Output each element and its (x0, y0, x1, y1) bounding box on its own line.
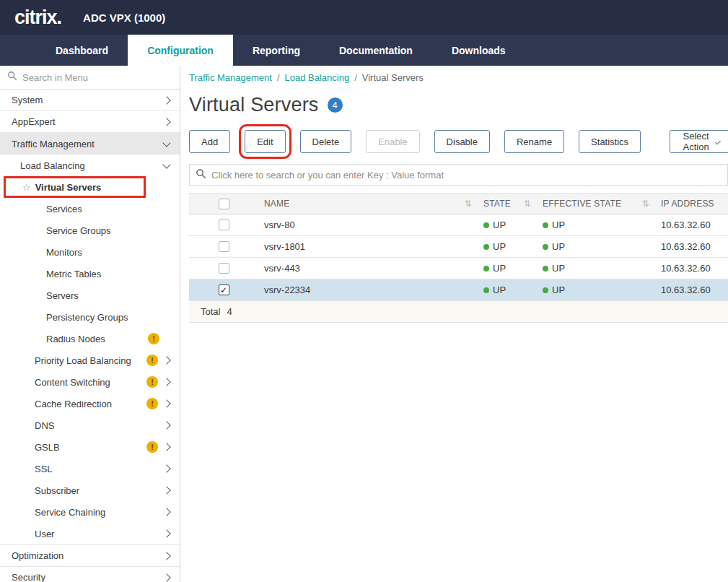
chevron-down-icon (715, 139, 721, 144)
virtual-servers-table: NAME ⇅ STATE ⇅ EFFECTIVE STATE ⇅ IP ADDR… (189, 193, 728, 323)
sidebar-item-monitors[interactable]: Monitors (0, 241, 180, 263)
statistics-button[interactable]: Statistics (579, 130, 641, 153)
table-row[interactable]: vsrv-443 UP UP 10.63.32.60 (189, 258, 728, 279)
table-row[interactable]: vsrv-80 UP UP 10.63.32.60 (189, 214, 728, 236)
sidebar-item-label: Service Groups (46, 225, 111, 236)
breadcrumb-separator: / (277, 72, 280, 83)
sidebar-item-label: System (12, 95, 43, 105)
chevron-right-icon (162, 552, 170, 560)
rename-button[interactable]: Rename (504, 130, 564, 153)
sidebar-item-services[interactable]: Services (0, 198, 180, 220)
breadcrumb-link-traffic-management[interactable]: Traffic Management (189, 72, 272, 83)
sidebar-item-optimization[interactable]: Optimization (0, 544, 180, 566)
add-button[interactable]: Add (189, 130, 230, 153)
total-value: 4 (227, 306, 232, 317)
sidebar-item-gslb[interactable]: GSLB ! (0, 436, 180, 458)
sidebar-search (0, 66, 180, 90)
column-header-ip-address[interactable]: IP ADDRESS (655, 199, 728, 209)
sidebar-item-service-chaining[interactable]: Service Chaining (0, 501, 180, 523)
status-up-dot (543, 287, 548, 293)
sidebar-item-persistency-groups[interactable]: Persistency Groups (0, 306, 180, 328)
sidebar-item-ssl[interactable]: SSL (0, 458, 180, 479)
sidebar-item-appexpert[interactable]: AppExpert (0, 111, 180, 133)
chevron-right-icon (162, 508, 170, 516)
sort-icon[interactable]: ⇅ (465, 199, 472, 209)
sidebar-item-label: Metric Tables (46, 269, 101, 279)
select-action-dropdown[interactable]: Select Action (670, 130, 728, 153)
nav-tab-dashboard[interactable]: Dashboard (36, 35, 128, 66)
sidebar-item-label: GSLB (35, 442, 60, 453)
column-header-effective-state[interactable]: EFFECTIVE STATE ⇅ (537, 199, 655, 209)
sidebar-item-service-groups[interactable]: Service Groups (0, 220, 180, 241)
main-nav: Dashboard Configuration Reporting Docume… (0, 35, 728, 66)
row-checkbox[interactable] (219, 220, 229, 230)
chevron-right-icon (162, 399, 170, 407)
top-header: citrix. ADC VPX (1000) (0, 0, 728, 35)
cell-effective-state: UP (537, 241, 655, 252)
sidebar-item-system[interactable]: System (0, 90, 180, 111)
chevron-down-icon (162, 160, 170, 168)
chevron-right-icon (162, 378, 170, 386)
breadcrumb-link-load-balancing[interactable]: Load Balancing (285, 72, 350, 83)
count-badge: 4 (328, 97, 343, 113)
breadcrumb-current: Virtual Servers (362, 72, 424, 83)
sidebar-item-label: Services (46, 204, 82, 214)
row-checkbox[interactable] (219, 241, 229, 252)
chevron-right-icon (162, 356, 170, 364)
column-header-state[interactable]: STATE ⇅ (478, 199, 537, 209)
select-all-checkbox[interactable] (219, 199, 229, 209)
sidebar-item-label: Optimization (12, 550, 63, 561)
sidebar-item-user[interactable]: User (0, 523, 180, 544)
sidebar-item-load-balancing[interactable]: Load Balancing (0, 155, 180, 176)
row-checkbox-checked[interactable]: ✓ (219, 285, 229, 295)
cell-state: UP (478, 241, 537, 252)
sidebar-search-input[interactable] (22, 72, 172, 83)
warning-icon: ! (146, 441, 158, 453)
page-title: Virtual Servers (189, 94, 319, 116)
cell-ip-address: 10.63.32.60 (655, 241, 728, 252)
sidebar-item-servers[interactable]: Servers (0, 285, 180, 306)
warning-icon: ! (146, 398, 158, 409)
status-up-dot (483, 266, 489, 272)
column-header-name[interactable]: NAME ⇅ (258, 199, 478, 209)
nav-tab-configuration[interactable]: Configuration (128, 35, 233, 66)
table-row-selected[interactable]: ✓ vsrv-22334 UP UP 10.63.32.60 (189, 279, 728, 301)
status-up-dot (483, 244, 489, 250)
cell-ip-address: 10.63.32.60 (655, 263, 728, 274)
sidebar-item-dns[interactable]: DNS (0, 414, 180, 436)
row-checkbox[interactable] (219, 263, 229, 274)
search-icon (7, 71, 17, 84)
sidebar-item-label: Servers (46, 290, 79, 301)
chevron-right-icon (162, 118, 170, 126)
sidebar-item-label: Monitors (46, 247, 82, 258)
sort-icon[interactable]: ⇅ (642, 199, 649, 209)
edit-button[interactable]: Edit (245, 130, 285, 153)
sidebar-item-label: SSL (35, 464, 53, 474)
table-search-input[interactable] (211, 170, 722, 181)
sidebar-item-traffic-management[interactable]: Traffic Management (0, 133, 180, 155)
nav-tab-documentation[interactable]: Documentation (320, 35, 432, 66)
sidebar-item-subscriber[interactable]: Subscriber (0, 479, 180, 501)
sort-icon[interactable]: ⇅ (524, 199, 531, 209)
sidebar-item-security[interactable]: Security (0, 566, 180, 582)
sidebar-item-label: User (35, 529, 54, 539)
sidebar-item-label: Virtual Servers (35, 182, 102, 193)
nav-tab-reporting[interactable]: Reporting (233, 35, 320, 66)
sidebar-item-cache-redirection[interactable]: Cache Redirection ! (0, 393, 180, 414)
sidebar-item-virtual-servers[interactable]: ☆ Virtual Servers (0, 176, 180, 198)
enable-button[interactable]: Enable (366, 130, 419, 153)
sidebar-item-metric-tables[interactable]: Metric Tables (0, 263, 180, 285)
chevron-down-icon (162, 139, 170, 147)
sidebar-item-label: Traffic Management (12, 139, 95, 149)
sidebar-item-priority-load-balancing[interactable]: Priority Load Balancing ! (0, 349, 180, 371)
sidebar-item-radius-nodes[interactable]: Radius Nodes ! (0, 328, 180, 349)
nav-tab-downloads[interactable]: Downloads (432, 35, 525, 66)
table-row[interactable]: vsrv-1801 UP UP 10.63.32.60 (189, 236, 728, 258)
warning-icon: ! (146, 376, 158, 388)
sidebar-item-label: Persistency Groups (46, 312, 128, 323)
delete-button[interactable]: Delete (300, 130, 352, 153)
toolbar: Add Edit Delete Enable Disable Rename St… (189, 130, 728, 153)
disable-button[interactable]: Disable (434, 130, 490, 153)
cell-ip-address: 10.63.32.60 (655, 220, 728, 230)
sidebar-item-content-switching[interactable]: Content Switching ! (0, 371, 180, 393)
